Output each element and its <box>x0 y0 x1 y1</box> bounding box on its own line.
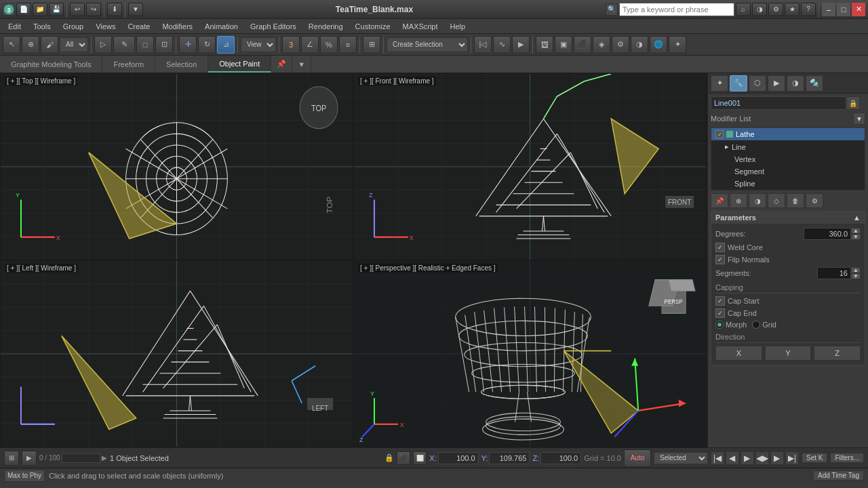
transform-gizmo[interactable]: ⊡ <box>155 36 173 54</box>
select-tool[interactable]: ↖ <box>3 36 20 54</box>
select-name-btn[interactable]: ✎ <box>113 36 135 54</box>
weld-core-checkbox[interactable] <box>715 243 725 252</box>
play-back-btn[interactable]: ◀▶ <box>755 451 769 465</box>
stat-icon-a[interactable]: ⬛ <box>397 451 410 465</box>
menu-help[interactable]: Help <box>445 21 471 32</box>
x-direction-button[interactable]: X <box>715 346 762 361</box>
create-panel-tab[interactable]: ✦ <box>711 75 728 92</box>
save-btn[interactable]: 💾 <box>49 3 64 16</box>
x-input[interactable] <box>438 452 479 464</box>
display-panel-tab[interactable]: ◑ <box>787 75 804 92</box>
paint-select[interactable]: 🖌 <box>41 36 58 54</box>
menu-graph-editors[interactable]: Graph Editors <box>245 21 302 32</box>
snap-percent[interactable]: % <box>320 36 338 54</box>
degrees-input[interactable] <box>804 228 851 240</box>
menu-rendering[interactable]: Rendering <box>303 21 349 32</box>
selected-dropdown[interactable]: Selected <box>654 452 708 464</box>
move-tool[interactable]: ✛ <box>179 36 197 54</box>
menu-modifiers[interactable]: Modifiers <box>157 21 198 32</box>
settings-btn[interactable]: ⚙ <box>768 3 783 16</box>
remove-modifier-btn[interactable]: 🗑 <box>787 193 804 208</box>
modifier-vertex[interactable]: Vertex <box>711 153 865 165</box>
render-setup[interactable]: ⚙ <box>612 36 629 54</box>
play-btn[interactable]: ▶ <box>741 451 754 465</box>
show-result-btn[interactable]: ⊕ <box>730 193 747 208</box>
view-dropdown[interactable]: View <box>241 37 276 52</box>
create-selection-dropdown[interactable]: Create Selection <box>387 37 468 52</box>
rect-select[interactable]: □ <box>136 36 154 54</box>
tab-object-paint[interactable]: Object Paint <box>208 56 271 73</box>
menu-edit[interactable]: Edit <box>3 21 26 32</box>
motion-panel-tab[interactable]: ▶ <box>768 75 785 92</box>
name-lock-button[interactable]: 🔒 <box>846 96 860 110</box>
grid-radio[interactable] <box>752 321 760 329</box>
segments-input[interactable] <box>817 267 851 279</box>
degrees-down[interactable]: ▼ <box>851 234 861 240</box>
frame-arrow-right[interactable]: ▶ <box>102 454 107 462</box>
degrees-up[interactable]: ▲ <box>851 228 861 234</box>
morph-radio[interactable] <box>715 321 724 329</box>
tab-freeform[interactable]: Freeform <box>102 56 155 73</box>
modifier-spline[interactable]: Spline <box>711 178 865 190</box>
menu-animation[interactable]: Animation <box>199 21 243 32</box>
status-icon-2[interactable]: ▶ <box>22 451 37 466</box>
parameters-header[interactable]: Parameters ▲ <box>711 211 865 224</box>
cap-end-checkbox[interactable] <box>715 308 725 318</box>
morph-radio-item[interactable]: Morph <box>715 321 747 329</box>
utilities-panel-tab[interactable]: 🔩 <box>806 75 823 92</box>
grid-radio-item[interactable]: Grid <box>752 321 776 329</box>
menu-maxscript[interactable]: MAXScript <box>397 21 443 32</box>
object-name-input[interactable] <box>711 96 846 110</box>
active-shade[interactable]: ◑ <box>631 36 648 54</box>
lathe-visibility-checkbox[interactable] <box>715 130 724 138</box>
undo-btn[interactable]: ↩ <box>70 3 85 16</box>
auto-key-btn[interactable]: Auto <box>624 449 651 467</box>
y-direction-button[interactable]: Y <box>765 346 812 361</box>
binoculars-btn[interactable]: ⌕ <box>736 3 751 16</box>
redo-btn[interactable]: ↪ <box>86 3 101 16</box>
menu-group[interactable]: Group <box>58 21 90 32</box>
snap-3d[interactable]: 3 <box>282 36 300 54</box>
menu-create[interactable]: Create <box>122 21 155 32</box>
status-icon-1[interactable]: ⊞ <box>4 451 19 466</box>
menu-tools[interactable]: Tools <box>28 21 56 32</box>
maximize-button[interactable]: □ <box>837 3 850 16</box>
anim-btn[interactable]: ▶ <box>512 36 530 54</box>
viewport-perspective[interactable]: [ + ][ Perspective ][ Realistic + Edged … <box>353 260 707 447</box>
z-input[interactable] <box>540 452 581 464</box>
next-frame-btn[interactable]: ▶ <box>770 451 784 465</box>
set-k-btn[interactable]: Set K <box>802 453 827 463</box>
select-btn[interactable]: ▷ <box>94 36 112 54</box>
frame-slider[interactable] <box>62 453 100 463</box>
env-btn[interactable]: 🌐 <box>650 36 667 54</box>
import-btn[interactable]: ⬇ <box>107 3 122 16</box>
bookmark-btn[interactable]: ★ <box>785 3 800 16</box>
viewport-top[interactable]: [ + ][ Top ][ Wireframe ] <box>0 73 353 260</box>
hierarchy-panel-tab[interactable]: ⬡ <box>749 75 766 92</box>
scale-tool[interactable]: ⊿ <box>217 36 235 54</box>
rotate-tool[interactable]: ↻ <box>198 36 216 54</box>
quick-render[interactable]: ▣ <box>555 36 572 54</box>
render-scene[interactable]: 🖼 <box>536 36 553 54</box>
prev-frame-btn[interactable]: ◀ <box>726 451 739 465</box>
modify-panel-tab active[interactable]: 🔧 <box>730 75 747 92</box>
filters-btn[interactable]: Filters... <box>830 453 864 463</box>
z-direction-button[interactable]: Z <box>814 346 861 361</box>
modifier-lathe[interactable]: Lathe <box>711 128 865 140</box>
make-unique-btn[interactable]: ◇ <box>768 193 785 208</box>
tab-selection[interactable]: Selection <box>155 56 208 73</box>
material-editor[interactable]: ◈ <box>593 36 610 54</box>
align-tool[interactable]: ⊞ <box>363 36 380 54</box>
y-input[interactable] <box>489 452 530 464</box>
minimize-button[interactable]: – <box>822 3 835 16</box>
snap-angle[interactable]: ∠ <box>301 36 319 54</box>
modifier-list-dropdown[interactable]: ▼ <box>853 113 865 125</box>
config-mod-btn[interactable]: ⚙ <box>806 193 823 208</box>
render-region[interactable]: ⬛ <box>574 36 591 54</box>
open-btn[interactable]: 📁 <box>33 3 47 16</box>
menu-views[interactable]: Views <box>90 21 121 32</box>
close-button[interactable]: ✕ <box>852 3 865 16</box>
select-region[interactable]: ⊕ <box>22 36 39 54</box>
new-btn[interactable]: 📄 <box>16 3 31 16</box>
max-to-phy-btn[interactable]: Max to Phy <box>4 470 45 482</box>
